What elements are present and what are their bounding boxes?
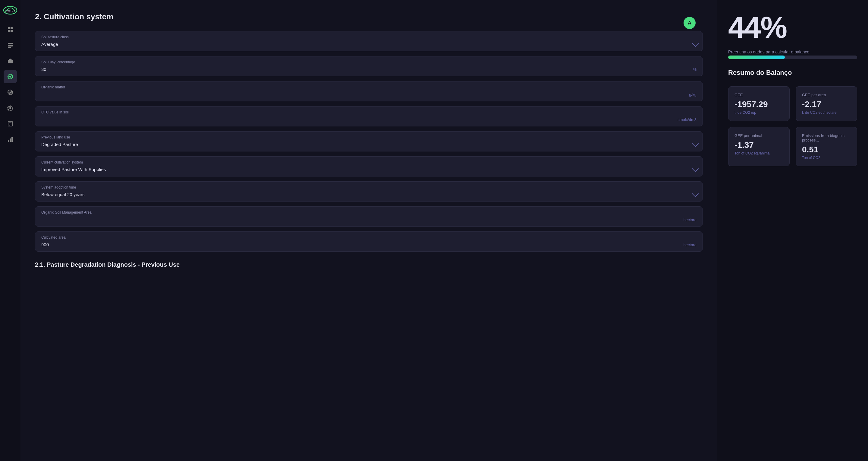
cultivated-area-input[interactable]: 900 [41, 242, 681, 247]
current-cultivation-system-select[interactable]: Improved Pasture With Supplies [35, 166, 703, 176]
stat-gee-per-area-label: GEE per area [802, 93, 851, 97]
form-panel: A 2. Cultivation system Soil texture cla… [21, 0, 717, 461]
cultivated-area-unit: hectare [684, 242, 696, 247]
soil-texture-class-value: Average [41, 41, 58, 47]
svg-point-16 [10, 92, 11, 93]
chevron-down-icon [692, 190, 699, 197]
stat-emissions-value: 0.51 [802, 145, 851, 154]
svg-rect-10 [9, 62, 11, 63]
sidebar-item-settings[interactable] [4, 102, 17, 115]
page-title: 2. Cultivation system [35, 12, 703, 22]
progress-bar-fill [728, 56, 785, 59]
svg-rect-24 [11, 137, 13, 142]
current-cultivation-system-label: Current cultivation system [35, 156, 703, 166]
stat-card-emissions-biogenic: Emissions from biogenic process... 0.51 … [796, 127, 857, 166]
svg-rect-6 [10, 30, 13, 32]
organic-matter-unit: g/kg [689, 92, 696, 97]
sidebar: SANTOS LAB [0, 0, 21, 461]
organic-matter-field: Organic matter g/kg [35, 81, 703, 102]
soil-texture-class-select[interactable]: Average [35, 40, 703, 51]
cultivated-area-label: Cultivated area [35, 232, 703, 241]
user-avatar[interactable]: A [684, 17, 695, 29]
system-adoption-time-label: System adoption time [35, 182, 703, 191]
stat-gee-label: GEE [735, 93, 783, 97]
stat-card-gee-per-animal: GEE per animal -1.37 Ton of CO2 eq./anim… [728, 127, 789, 166]
system-adoption-time-select[interactable]: Below equal 20 years [35, 191, 703, 201]
stat-card-gee: GEE -1957.29 t. de CO2 eq. [728, 86, 789, 121]
resumo-title: Resumo do Balanço [728, 69, 857, 77]
sidebar-item-stats[interactable] [4, 133, 17, 146]
organic-soil-management-area-field: Organic Soil Management Area hectare [35, 206, 703, 227]
system-adoption-time-value: Below equal 20 years [41, 192, 84, 197]
stat-emissions-label: Emissions from biogenic process... [802, 133, 851, 142]
svg-rect-8 [8, 45, 13, 47]
svg-text:LAB: LAB [5, 12, 10, 14]
sidebar-item-dashboard[interactable] [4, 23, 17, 36]
soil-clay-percentage-unit: % [693, 67, 696, 72]
stat-gee-unit: t. de CO2 eq. [735, 110, 783, 115]
svg-point-17 [9, 107, 11, 109]
svg-rect-22 [8, 140, 9, 142]
soil-clay-percentage-input[interactable]: 30 [41, 67, 690, 72]
sidebar-item-layers[interactable] [4, 39, 17, 52]
ctc-value-field: CTC value in soil cmolc/dm3 [35, 106, 703, 126]
svg-rect-5 [8, 30, 10, 32]
svg-rect-7 [8, 43, 13, 45]
ctc-value-unit: cmolc/dm3 [678, 117, 696, 122]
stat-gee-per-animal-value: -1.37 [735, 140, 783, 150]
chevron-down-icon [692, 140, 699, 147]
soil-clay-percentage-label: Soil Clay Percentage [35, 56, 703, 65]
svg-point-12 [9, 76, 11, 78]
sidebar-item-analysis[interactable] [4, 70, 17, 83]
sidebar-item-farm[interactable] [4, 54, 17, 67]
organic-soil-management-area-input[interactable] [41, 217, 681, 222]
svg-rect-4 [10, 27, 13, 29]
sidebar-item-reports[interactable] [4, 86, 17, 99]
progress-bar [728, 56, 857, 59]
system-adoption-time-field: System adoption time Below equal 20 year… [35, 181, 703, 202]
organic-soil-management-area-label: Organic Soil Management Area [35, 207, 703, 216]
stat-gee-per-animal-unit: Ton of CO2 eq./animal [735, 151, 783, 155]
calcular-hint-text: Preencha os dados para calcular o balanç… [728, 50, 857, 59]
previous-land-use-label: Previous land use [35, 132, 703, 141]
chevron-down-icon [692, 165, 699, 172]
previous-land-use-field: Previous land use Degraded Pasture [35, 131, 703, 151]
stat-gee-per-area-value: -2.17 [802, 99, 851, 109]
right-panel: 44% Preencha os dados para calcular o ba… [717, 0, 868, 461]
ctc-value-input[interactable] [41, 117, 675, 122]
section-subtitle: 2.1. Pasture Degradation Diagnosis - Pre… [35, 261, 703, 268]
cultivated-area-field: Cultivated area 900 hectare [35, 231, 703, 252]
svg-rect-3 [8, 27, 10, 29]
svg-rect-9 [8, 47, 11, 48]
stat-card-gee-per-area: GEE per area -2.17 t. de CO2 eq./hectare [796, 86, 857, 121]
main-content: A 2. Cultivation system Soil texture cla… [21, 0, 868, 461]
logo: SANTOS LAB [3, 5, 18, 16]
soil-clay-percentage-field: Soil Clay Percentage 30 % [35, 56, 703, 76]
ctc-value-label: CTC value in soil [35, 107, 703, 116]
current-cultivation-system-field: Current cultivation system Improved Past… [35, 156, 703, 176]
stats-grid: GEE -1957.29 t. de CO2 eq. GEE per area … [728, 86, 857, 166]
current-cultivation-system-value: Improved Pasture With Supplies [41, 167, 106, 172]
stat-gee-per-area-unit: t. de CO2 eq./hectare [802, 110, 851, 115]
soil-texture-class-field: Soil texture class Average [35, 31, 703, 51]
stat-gee-per-animal-label: GEE per animal [735, 133, 783, 138]
organic-matter-label: Organic matter [35, 82, 703, 90]
previous-land-use-select[interactable]: Degraded Pasture [35, 141, 703, 151]
stat-gee-value: -1957.29 [735, 99, 783, 109]
soil-texture-class-label: Soil texture class [35, 31, 703, 40]
percent-display: 44% [728, 12, 857, 42]
organic-soil-management-area-unit: hectare [684, 218, 696, 222]
stat-emissions-unit: Ton of CO2 [802, 156, 851, 160]
svg-text:SANTOS: SANTOS [5, 10, 16, 12]
sidebar-item-documents[interactable] [4, 117, 17, 130]
chevron-down-icon [692, 40, 699, 47]
svg-rect-23 [10, 139, 11, 142]
organic-matter-input[interactable] [41, 92, 687, 97]
previous-land-use-value: Degraded Pasture [41, 142, 78, 147]
